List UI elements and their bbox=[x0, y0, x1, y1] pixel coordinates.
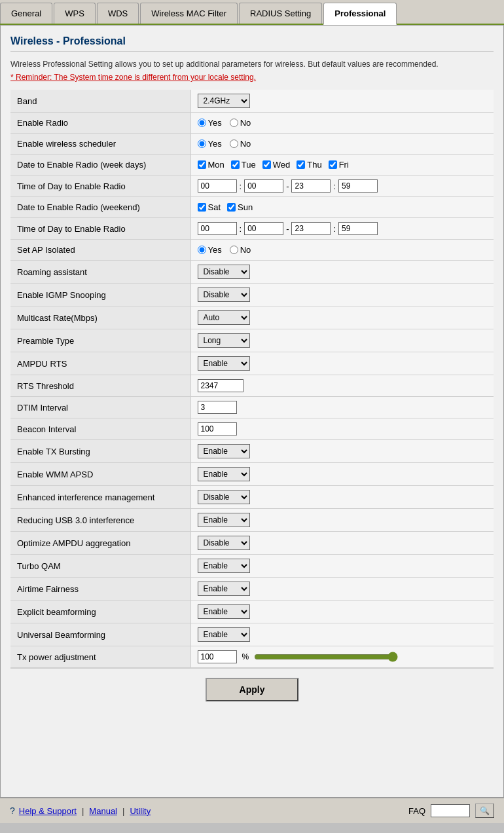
checkbox-wed[interactable]: Wed bbox=[262, 160, 291, 170]
label-optimize-ampdu: Optimize AMPDU aggregation bbox=[10, 532, 190, 555]
footer-separator-2: | bbox=[122, 806, 124, 816]
time-sep-5: - bbox=[286, 224, 289, 234]
select-turbo-qam[interactable]: Enable Disable bbox=[198, 559, 250, 573]
checkbox-thu[interactable]: Thu bbox=[297, 160, 321, 170]
faq-search-input[interactable] bbox=[431, 804, 470, 817]
time-sep-4: : bbox=[240, 224, 242, 234]
select-band[interactable]: 2.4GHz 5GHz bbox=[198, 94, 250, 108]
input-dtim-interval[interactable] bbox=[198, 401, 237, 414]
main-content: Wireless - Professional Wireless Profess… bbox=[0, 25, 504, 798]
value-tx-power: % bbox=[190, 646, 494, 668]
label-reducing-usb: Reducing USB 3.0 interference bbox=[10, 509, 190, 532]
input-rts-threshold[interactable] bbox=[198, 379, 243, 392]
time-sep-6: : bbox=[333, 224, 336, 234]
tab-bar: General WPS WDS Wireless MAC Filter RADI… bbox=[0, 0, 504, 25]
checkbox-fri[interactable]: Fri bbox=[329, 160, 349, 170]
label-wireless-scheduler: Enable wireless scheduler bbox=[10, 134, 190, 155]
faq-search-button[interactable]: 🔍 bbox=[475, 804, 494, 818]
apply-button[interactable]: Apply bbox=[206, 678, 299, 701]
row-time-weekday: Time of Day to Enable Radio : - : bbox=[10, 176, 494, 197]
input-beacon-interval[interactable] bbox=[198, 422, 237, 435]
time-weekday-start-hour[interactable] bbox=[198, 179, 237, 193]
settings-table: Band 2.4GHz 5GHz Enable Radio Yes No bbox=[10, 90, 494, 668]
time-sep-2: - bbox=[286, 181, 289, 191]
time-weekday-end-hour[interactable] bbox=[291, 179, 331, 193]
row-enhanced-interference: Enhanced interference management Disable… bbox=[10, 486, 494, 509]
select-wmm-apsd[interactable]: Enable Disable bbox=[198, 467, 250, 481]
row-airtime-fairness: Airtime Fairness Enable Disable bbox=[10, 578, 494, 601]
value-turbo-qam: Enable Disable bbox=[190, 555, 494, 578]
select-airtime-fairness[interactable]: Enable Disable bbox=[198, 582, 250, 596]
page-description: Wireless Professional Setting allows you… bbox=[10, 60, 494, 69]
row-beacon-interval: Beacon Interval bbox=[10, 418, 494, 440]
time-weekend-start-min[interactable] bbox=[244, 222, 283, 235]
help-icon: ? bbox=[10, 805, 15, 816]
select-optimize-ampdu[interactable]: Disable Enable bbox=[198, 536, 250, 550]
time-weekday-end-min[interactable] bbox=[338, 179, 378, 193]
select-ampdu-rts[interactable]: Enable Disable bbox=[198, 356, 250, 371]
radio-scheduler-no[interactable]: No bbox=[230, 139, 251, 149]
row-enable-radio: Enable Radio Yes No bbox=[10, 113, 494, 134]
label-time-weekday: Time of Day to Enable Radio bbox=[10, 176, 190, 197]
select-reducing-usb[interactable]: Enable Disable bbox=[198, 513, 250, 527]
value-wireless-scheduler: Yes No bbox=[190, 134, 494, 155]
select-enhanced-interference[interactable]: Disable Enable bbox=[198, 490, 250, 504]
row-ampdu-rts: AMPDU RTS Enable Disable bbox=[10, 352, 494, 375]
value-time-weekend: : - : bbox=[190, 218, 494, 240]
select-universal-beamforming[interactable]: Enable Disable bbox=[198, 627, 250, 642]
percent-label: % bbox=[242, 652, 249, 661]
tab-wireless-mac-filter[interactable]: Wireless MAC Filter bbox=[140, 3, 238, 24]
row-dtim-interval: DTIM Interval bbox=[10, 397, 494, 418]
checkbox-sun[interactable]: Sun bbox=[227, 202, 253, 212]
radio-enable-radio-no[interactable]: No bbox=[230, 118, 251, 128]
row-turbo-qam: Turbo QAM Enable Disable bbox=[10, 555, 494, 578]
help-support-link[interactable]: Help & Support bbox=[19, 806, 77, 816]
select-preamble-type[interactable]: Long Short bbox=[198, 333, 250, 348]
value-optimize-ampdu: Disable Enable bbox=[190, 532, 494, 555]
label-airtime-fairness: Airtime Fairness bbox=[10, 578, 190, 601]
slider-tx-power[interactable] bbox=[254, 652, 398, 662]
row-wireless-scheduler: Enable wireless scheduler Yes No bbox=[10, 134, 494, 155]
row-multicast-rate: Multicast Rate(Mbps) Auto 1 2 5.5 11 bbox=[10, 306, 494, 329]
radio-enable-radio-yes[interactable]: Yes bbox=[198, 118, 222, 128]
label-enable-radio: Enable Radio bbox=[10, 113, 190, 134]
utility-link[interactable]: Utility bbox=[130, 806, 151, 816]
time-weekend-end-min[interactable] bbox=[338, 222, 378, 235]
time-weekday-start-min[interactable] bbox=[244, 179, 283, 193]
time-weekend-start-hour[interactable] bbox=[198, 222, 237, 235]
radio-ap-isolated-yes[interactable]: Yes bbox=[198, 245, 222, 255]
row-roaming-assistant: Roaming assistant Disable Enable bbox=[10, 261, 494, 284]
radio-ap-isolated-no[interactable]: No bbox=[230, 245, 251, 255]
select-roaming-assistant[interactable]: Disable Enable bbox=[198, 265, 250, 279]
tab-wps[interactable]: WPS bbox=[54, 3, 96, 24]
select-tx-bursting[interactable]: Enable Disable bbox=[198, 444, 250, 458]
row-wmm-apsd: Enable WMM APSD Enable Disable bbox=[10, 463, 494, 486]
footer: ? Help & Support | Manual | Utility FAQ … bbox=[0, 798, 504, 823]
checkbox-mon[interactable]: Mon bbox=[198, 160, 225, 170]
select-igmp-snooping[interactable]: Disable Enable bbox=[198, 287, 250, 302]
label-enhanced-interference: Enhanced interference management bbox=[10, 486, 190, 509]
value-multicast-rate: Auto 1 2 5.5 11 bbox=[190, 306, 494, 329]
select-explicit-beamforming[interactable]: Enable Disable bbox=[198, 604, 250, 619]
tab-wds[interactable]: WDS bbox=[97, 3, 139, 24]
time-sep-3: : bbox=[333, 181, 336, 191]
radio-scheduler-yes[interactable]: Yes bbox=[198, 139, 222, 149]
page-title: Wireless - Professional bbox=[10, 35, 494, 52]
row-tx-power: Tx power adjustment % bbox=[10, 646, 494, 668]
label-date-weekend: Date to Enable Radio (weekend) bbox=[10, 197, 190, 218]
value-tx-bursting: Enable Disable bbox=[190, 440, 494, 463]
tab-general[interactable]: General bbox=[0, 3, 52, 24]
input-tx-power[interactable] bbox=[198, 650, 237, 663]
label-roaming-assistant: Roaming assistant bbox=[10, 261, 190, 284]
manual-link[interactable]: Manual bbox=[89, 806, 117, 816]
checkbox-sat[interactable]: Sat bbox=[198, 202, 221, 212]
tab-radius-setting[interactable]: RADIUS Setting bbox=[239, 3, 322, 24]
checkbox-tue[interactable]: Tue bbox=[231, 160, 256, 170]
select-multicast-rate[interactable]: Auto 1 2 5.5 11 bbox=[198, 310, 250, 325]
tab-professional[interactable]: Professional bbox=[323, 3, 397, 25]
value-set-ap-isolated: Yes No bbox=[190, 240, 494, 261]
value-date-weekdays: Mon Tue Wed Thu Fri bbox=[190, 155, 494, 176]
time-weekend-end-hour[interactable] bbox=[291, 222, 331, 235]
apply-bar: Apply bbox=[10, 668, 494, 711]
label-date-weekdays: Date to Enable Radio (week days) bbox=[10, 155, 190, 176]
